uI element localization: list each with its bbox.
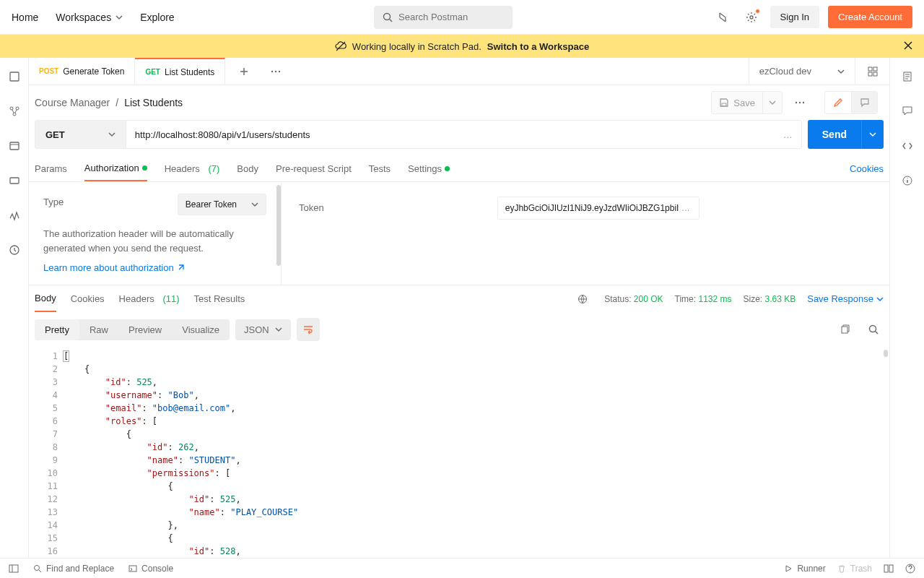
url-input[interactable] — [135, 129, 783, 140]
trash-button[interactable]: Trash — [837, 564, 872, 574]
find-replace-button[interactable]: Find and Replace — [33, 564, 114, 574]
mock-servers-icon[interactable] — [4, 171, 25, 191]
search-response-button[interactable] — [863, 319, 884, 340]
tabs-bar: POST Generate Token GET List Students ez… — [29, 58, 889, 85]
save-group: Save — [711, 91, 783, 114]
comments-icon[interactable] — [897, 101, 918, 121]
send-dropdown[interactable] — [861, 120, 884, 149]
two-pane-button[interactable] — [884, 564, 894, 573]
method-badge-post: POST — [39, 67, 58, 75]
resp-tab-cookies[interactable]: Cookies — [71, 285, 105, 312]
copy-button[interactable] — [834, 319, 855, 340]
tab-prerequest[interactable]: Pre-request Script — [276, 156, 352, 181]
scrollbar[interactable] — [276, 185, 281, 266]
status-label: Status: 200 OK — [604, 294, 663, 304]
comment-mode-button[interactable] — [851, 92, 877, 113]
request-more-button[interactable] — [788, 91, 811, 114]
settings-icon[interactable] — [741, 7, 762, 27]
console-button[interactable]: Console — [128, 564, 173, 574]
svg-rect-7 — [10, 178, 19, 184]
tab-generate-token[interactable]: POST Generate Token — [29, 58, 135, 85]
tab-tests[interactable]: Tests — [369, 156, 391, 181]
resp-tab-test-results[interactable]: Test Results — [194, 285, 245, 312]
svg-rect-15 — [873, 72, 877, 76]
layout-mode-group — [824, 91, 878, 114]
search-box[interactable] — [374, 6, 513, 29]
svg-rect-28 — [884, 565, 888, 572]
code-snippet-icon[interactable] — [897, 136, 918, 156]
environment-preview-button[interactable] — [855, 58, 889, 85]
response-tabs: Body Cookies Headers (11) Test Results S… — [29, 285, 889, 312]
token-input[interactable]: eyJhbGciOiJIUzI1NiJ9.eyJzdWIiOiJBZG1pbiI… — [497, 197, 699, 220]
save-icon — [719, 98, 729, 108]
runner-button[interactable]: Runner — [784, 564, 825, 574]
tab-body[interactable]: Body — [237, 156, 258, 181]
svg-point-5 — [13, 113, 16, 116]
svg-point-18 — [799, 102, 801, 103]
search-input[interactable] — [398, 12, 504, 22]
auth-description: The authorization header will be automat… — [43, 227, 266, 255]
nav-home[interactable]: Home — [12, 12, 38, 23]
globe-icon[interactable] — [572, 289, 593, 309]
history-icon[interactable] — [4, 240, 25, 260]
nav-workspaces[interactable]: Workspaces — [56, 12, 123, 23]
view-mode-group: Pretty Raw Preview Visualize — [35, 319, 230, 340]
banner-link[interactable]: Switch to a Workspace — [487, 41, 589, 52]
apis-icon[interactable] — [4, 101, 25, 121]
svg-rect-2 — [10, 72, 19, 81]
dot-indicator — [445, 166, 450, 171]
breadcrumb-current: List Students — [124, 97, 183, 108]
environment-select[interactable]: ezCloud dev — [749, 58, 855, 85]
save-dropdown[interactable] — [762, 92, 782, 113]
format-dropdown[interactable]: JSON — [235, 319, 291, 340]
monitors-icon[interactable] — [4, 205, 25, 225]
save-button[interactable]: Save — [712, 92, 762, 113]
svg-rect-25 — [9, 565, 18, 572]
scrollbar[interactable] — [884, 350, 888, 357]
edit-mode-button[interactable] — [825, 92, 851, 113]
info-icon[interactable] — [897, 171, 918, 191]
create-account-button[interactable]: Create Account — [828, 6, 912, 28]
chevron-down-icon — [876, 296, 884, 303]
send-button[interactable]: Send — [808, 120, 861, 149]
cookies-link[interactable]: Cookies — [850, 163, 884, 174]
signin-button[interactable]: Sign In — [770, 6, 819, 28]
svg-point-0 — [384, 13, 391, 20]
view-visualize[interactable]: Visualize — [172, 319, 230, 340]
response-body[interactable]: 12345678910111213141516 [ { "id": 525, "… — [29, 347, 889, 558]
resp-tab-body[interactable]: Body — [35, 285, 56, 312]
wrap-lines-button[interactable] — [297, 318, 320, 341]
environments-icon[interactable] — [4, 136, 25, 156]
breadcrumb-parent[interactable]: Course Manager — [35, 97, 110, 108]
tab-authorization[interactable]: Authorization — [84, 156, 147, 181]
save-response-button[interactable]: Save Response — [807, 293, 884, 304]
banner-close[interactable] — [904, 41, 912, 52]
token-label: Token — [299, 197, 324, 213]
request-tabs: Params Authorization Headers (7) Body Pr… — [29, 156, 889, 182]
new-tab-button[interactable] — [234, 61, 254, 82]
url-row: GET … Send — [29, 120, 889, 149]
view-preview[interactable]: Preview — [118, 319, 172, 340]
svg-rect-12 — [868, 67, 872, 71]
collections-icon[interactable] — [4, 66, 25, 87]
tab-menu-button[interactable] — [266, 61, 286, 82]
view-pretty[interactable]: Pretty — [35, 319, 79, 340]
tab-settings[interactable]: Settings — [408, 156, 450, 181]
documentation-icon[interactable] — [897, 66, 918, 87]
svg-rect-14 — [868, 72, 872, 76]
method-dropdown[interactable]: GET — [35, 120, 126, 149]
auth-type-dropdown[interactable]: Bearer Token — [178, 194, 266, 215]
view-raw[interactable]: Raw — [79, 319, 118, 340]
svg-point-9 — [271, 70, 273, 72]
auth-learn-more-link[interactable]: Learn more about authorization — [43, 262, 184, 273]
svg-point-17 — [796, 102, 797, 103]
tab-list-students[interactable]: GET List Students — [135, 58, 225, 85]
tab-headers[interactable]: Headers (7) — [165, 156, 220, 181]
resp-tab-headers[interactable]: Headers (11) — [119, 285, 180, 312]
toggle-sidebar-button[interactable] — [9, 564, 19, 574]
nav-explore[interactable]: Explore — [140, 12, 174, 23]
tab-params[interactable]: Params — [35, 156, 67, 181]
sync-icon[interactable] — [712, 7, 733, 27]
chevron-down-icon — [108, 131, 116, 138]
help-button[interactable] — [905, 564, 915, 574]
